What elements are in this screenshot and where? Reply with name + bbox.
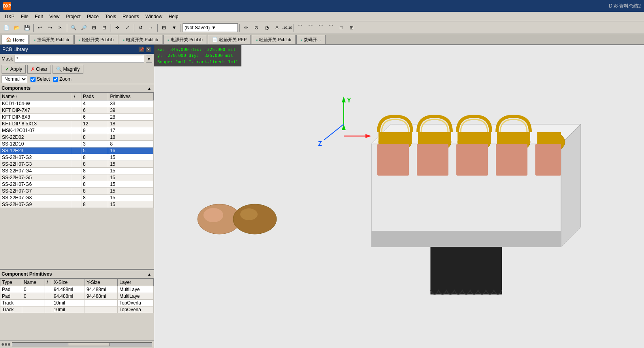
arch1-button[interactable]: ⌒ [296, 23, 305, 32]
zoom-fit-button[interactable]: ⊞ [89, 23, 99, 32]
table-row[interactable]: SS-22H07-G2 8 15 [0, 154, 154, 161]
menu-project[interactable]: Project [63, 13, 84, 20]
table-row[interactable]: SS-12D10 3 8 [0, 141, 154, 148]
col-name-header[interactable]: Name / [0, 93, 72, 100]
menu-window[interactable]: Window [142, 13, 166, 20]
redo-button[interactable]: ↪ [45, 23, 55, 32]
new-button[interactable]: 📄 [2, 23, 11, 32]
table-row[interactable]: KCD1-104-W 4 33 [0, 100, 154, 107]
menu-dxp[interactable]: DXP [2, 13, 18, 20]
red-arrow-head [365, 134, 371, 138]
select-button[interactable]: ✛ [113, 23, 122, 32]
prim-scroll-up-arrow[interactable]: ▲ [147, 271, 152, 277]
select-checkbox-label[interactable]: Select [30, 76, 50, 82]
table-row[interactable]: SS-12F23 5 16 [0, 148, 154, 154]
menu-view[interactable]: View [46, 13, 63, 20]
table-row[interactable]: SS-22H07-G7 8 15 [0, 188, 154, 195]
prim-ysize-cell [85, 300, 118, 306]
arch2-button[interactable]: ⌒ [306, 23, 315, 32]
tab-home[interactable]: 🏠 Home [2, 35, 29, 44]
tab-pcblib6[interactable]: ▪ 拨码开… [296, 35, 326, 44]
prim-type-header[interactable]: Type [0, 279, 22, 286]
move-button[interactable]: ⤢ [123, 23, 132, 32]
table-row[interactable]: KFT DIP-8.5X13 12 18 [0, 121, 154, 127]
menu-place[interactable]: Place [84, 13, 102, 20]
list-item[interactable]: Track 10mil TopOverla [0, 300, 154, 306]
tab-pcblib4[interactable]: ▪ 电源开关.PcbLib [163, 35, 207, 44]
zoom-out-button[interactable]: 🔎 [79, 23, 89, 32]
switch-stem [431, 247, 502, 294]
zoom-checkbox[interactable] [53, 77, 58, 82]
scrollbar-thumb[interactable] [68, 343, 110, 346]
table-row[interactable]: SK-22D02 8 18 [0, 134, 154, 141]
y-axis-arrow [342, 96, 346, 102]
arch4-button[interactable]: ⌒ [326, 23, 336, 32]
table-row[interactable]: SS-22H07-G3 8 15 [0, 161, 154, 168]
prim-name-header[interactable]: Name [22, 279, 45, 286]
table-row[interactable]: KFT DIP-7X7 6 39 [0, 107, 154, 114]
table-row[interactable]: SS-22H07-G4 8 15 [0, 168, 154, 174]
menu-file[interactable]: File [18, 13, 32, 20]
col-slash-header[interactable]: / [72, 93, 81, 100]
col-primitives-header[interactable]: Primitives [108, 93, 154, 100]
list-item[interactable]: Pad 0 94.488mi 94.488mi MultiLaye [0, 293, 154, 300]
scroll-up-arrow[interactable]: ▲ [147, 85, 152, 91]
mask-input[interactable] [15, 55, 144, 63]
prim-slash-header[interactable]: / [45, 279, 52, 286]
tab-pbclib1[interactable]: ▪ 拨码开关.PcbLib [30, 35, 73, 44]
circle-button[interactable]: ⊙ [252, 23, 261, 32]
tab-pcblib5[interactable]: ▪ 轻触开关.PcbLib [252, 35, 296, 44]
canvas-area[interactable]: xx: -345,000 dix: -325,000 mil y: -270,0… [154, 45, 644, 348]
apply-button[interactable]: ✓ Apply [2, 65, 26, 74]
comp-pads-cell: 8 [81, 134, 108, 141]
grid-dropdown[interactable]: ▼ [169, 23, 179, 32]
save-button[interactable]: 💾 [22, 23, 32, 32]
select-checkbox[interactable] [30, 77, 36, 82]
prim-ysize-header[interactable]: Y-Size [85, 279, 118, 286]
table-row[interactable]: SS-22H07-G6 8 15 [0, 181, 154, 188]
font-size-button[interactable]: .10,10 [282, 23, 292, 32]
title-left: DXP [3, 2, 11, 10]
pencil-button[interactable]: ✏ [241, 23, 251, 32]
mirror-button[interactable]: ↔ [146, 23, 156, 32]
table-row[interactable]: SS-22H07-G9 8 15 [0, 201, 154, 208]
menu-help[interactable]: Help [166, 13, 182, 20]
panel-pin-icon[interactable]: 📌 [139, 47, 144, 52]
zoom-in-button[interactable]: 🔍 [69, 23, 78, 32]
square-button[interactable]: □ [337, 23, 346, 32]
tab-pcblib2[interactable]: ▪ 轻触开关.PcbLib [74, 35, 118, 44]
file-state-dropdown[interactable]: (Not Saved) ▼ [183, 23, 238, 32]
prim-xsize-header[interactable]: X-Size [52, 279, 85, 286]
list-item[interactable]: Track 10mil TopOverla [0, 306, 154, 313]
cut-button[interactable]: ✂ [56, 23, 65, 32]
text-button[interactable]: A [272, 23, 282, 32]
menu-tools[interactable]: Tools [102, 13, 119, 20]
table-row[interactable]: MSK-12C01-07 9 17 [0, 127, 154, 134]
zoom-area-button[interactable]: ⊟ [100, 23, 109, 32]
table-row[interactable]: SS-22H07-G5 8 15 [0, 174, 154, 181]
table-row[interactable]: KFT DIP-8X8 6 28 [0, 114, 154, 121]
magnify-button[interactable]: 🔍 Magnify [53, 65, 83, 74]
grid-button[interactable]: ⊞ [159, 23, 169, 32]
clear-button[interactable]: ✗ Clear [27, 65, 51, 74]
normal-select[interactable]: Normal [2, 75, 27, 83]
zoom-checkbox-label[interactable]: Zoom [53, 76, 72, 82]
arch3-button[interactable]: ⌒ [316, 23, 326, 32]
open-button[interactable]: 📂 [12, 23, 21, 32]
col-pads-header[interactable]: Pads [81, 93, 108, 100]
grid2-button[interactable]: ⊞ [347, 23, 356, 32]
arc-button[interactable]: ◔ [262, 23, 271, 32]
title-path: D:\8-资料总结2 [609, 3, 641, 9]
mask-dropdown-button[interactable]: ▼ [146, 55, 152, 63]
panel-close-icon[interactable]: ✕ [146, 47, 151, 52]
prim-layer-header[interactable]: Layer [118, 279, 154, 286]
rotate-button[interactable]: ↺ [136, 23, 145, 32]
horizontal-scrollbar[interactable] [12, 342, 152, 346]
menu-reports[interactable]: Reports [119, 13, 142, 20]
menu-edit[interactable]: Edit [32, 13, 46, 20]
table-row[interactable]: SS-22H07-G8 8 15 [0, 195, 154, 201]
tab-pcblib3[interactable]: ▪ 电源开关.PcbLib [119, 35, 163, 44]
tab-rep[interactable]: 📄 轻触开关.REP [208, 35, 251, 44]
undo-button[interactable]: ↩ [35, 23, 45, 32]
list-item[interactable]: Pad 0 94.488mi 94.488mi MultiLaye [0, 286, 154, 293]
